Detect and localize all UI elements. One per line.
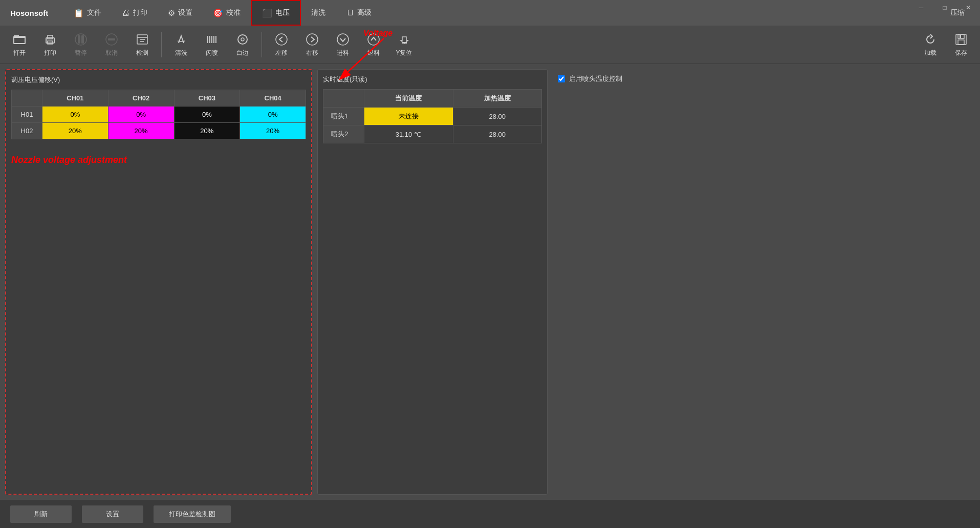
cancel-label: 取消 — [105, 49, 118, 57]
voltage-h01-ch04[interactable]: 0% — [240, 107, 306, 123]
menu-item-voltage-label: 电压 — [275, 8, 290, 17]
temp-panel: 实时温度(只读) 当前温度 加热温度 喷头1 未连接 28.00 喷头2 31.… — [317, 69, 548, 495]
svg-rect-9 — [108, 38, 115, 40]
table-row: H02 20% 20% 20% 20% — [12, 123, 306, 139]
toolbar-print-button[interactable]: 打印 — [36, 28, 64, 61]
temp-nozzle2-current: 31.10 ℃ — [364, 125, 453, 143]
clean-label: 清洗 — [175, 49, 187, 57]
menu-item-advanced[interactable]: 🖥 高级 — [336, 0, 382, 26]
toolbar-open-button[interactable]: 打开 — [5, 28, 33, 61]
voltage-h01-ch02[interactable]: 0% — [108, 107, 174, 123]
detect-icon — [135, 32, 149, 47]
voltage-h02-ch01[interactable]: 20% — [42, 123, 108, 139]
toolbar-left-button[interactable]: 左移 — [267, 28, 295, 61]
y-reset-icon — [397, 32, 411, 47]
toolbar-save-button[interactable]: 保存 — [947, 28, 975, 61]
detect-label: 检测 — [136, 49, 148, 57]
menu-bar: Hosonsoft 📋 文件 🖨 打印 ⚙ 设置 🎯 校准 ⬛ 电压 清洗 🖥 … — [0, 0, 980, 26]
print-icon — [43, 32, 57, 47]
voltage-h02-ch04[interactable]: 20% — [240, 123, 306, 139]
settings-icon: ⚙ — [168, 8, 175, 18]
toolbar-detect-button[interactable]: 检测 — [128, 28, 156, 61]
open-label: 打开 — [13, 49, 26, 57]
svg-rect-6 — [78, 35, 80, 44]
close-button[interactable]: ✕ — [956, 0, 980, 15]
menu-item-clean[interactable]: 清洗 — [301, 0, 336, 26]
toolbar-cancel-button[interactable]: 取消 — [97, 28, 125, 61]
white-edge-label: 白边 — [236, 49, 249, 57]
menu-item-print-label: 打印 — [133, 8, 147, 17]
svg-rect-7 — [81, 35, 84, 44]
print-label: 打印 — [44, 49, 56, 57]
menu-item-calibrate[interactable]: 🎯 校准 — [203, 0, 251, 26]
toolbar-back-button[interactable]: 退料 — [359, 28, 387, 61]
menu-item-clean-label: 清洗 — [311, 8, 325, 17]
advanced-icon: 🖥 — [346, 8, 354, 17]
menu-item-voltage[interactable]: ⬛ 电压 — [251, 0, 301, 26]
title-bar: ─ □ ✕ — [909, 0, 980, 15]
voltage-col-empty — [12, 90, 42, 107]
toolbar-right-button[interactable]: 右移 — [298, 28, 326, 61]
toolbar-flash-button[interactable]: 闪喷 — [198, 28, 226, 61]
open-icon — [12, 32, 27, 47]
svg-point-23 — [307, 34, 318, 45]
reload-label: 加载 — [924, 49, 937, 57]
voltage-h02-ch03[interactable]: 20% — [174, 123, 240, 139]
back-label: 退料 — [367, 49, 380, 57]
left-label: 左移 — [275, 49, 288, 57]
flash-icon — [205, 32, 219, 47]
svg-rect-30 — [960, 35, 961, 38]
settings-button[interactable]: 设置 — [82, 505, 143, 523]
pause-icon — [74, 32, 88, 47]
flash-label: 闪喷 — [206, 49, 218, 57]
feed-label: 进料 — [337, 49, 349, 57]
print-color-detect-button[interactable]: 打印色差检测图 — [154, 505, 231, 523]
temp-nozzle2-heating: 28.00 — [453, 125, 542, 143]
table-row: 喷头2 31.10 ℃ 28.00 — [323, 125, 542, 143]
reload-icon — [923, 32, 938, 47]
voltage-col-ch01: CH01 — [42, 90, 108, 107]
svg-point-25 — [368, 34, 379, 45]
back-icon — [366, 32, 381, 47]
save-label: 保存 — [955, 49, 967, 57]
temp-nozzle1-heating: 28.00 — [453, 108, 542, 125]
temp-col-current: 当前温度 — [364, 90, 453, 108]
pause-label: 暂停 — [75, 49, 87, 57]
voltage-h01-ch01[interactable]: 0% — [42, 107, 108, 123]
toolbar-clean-button[interactable]: 清洗 — [167, 28, 195, 61]
svg-rect-2 — [14, 37, 25, 44]
minimize-button[interactable]: ─ — [909, 0, 933, 15]
menu-item-settings[interactable]: ⚙ 设置 — [158, 0, 203, 26]
voltage-row-h02-label: H02 — [12, 123, 42, 139]
toolbar-right: 加载 保存 — [916, 28, 975, 61]
temp-table-header-row: 当前温度 加热温度 — [323, 90, 542, 108]
toolbar-y-reset-button[interactable]: Y复位 — [390, 28, 418, 61]
enable-temp-control-checkbox[interactable] — [558, 75, 565, 82]
menu-item-print[interactable]: 🖨 打印 — [112, 0, 158, 26]
feed-icon — [336, 32, 350, 47]
toolbar-pause-button[interactable]: 暂停 — [67, 28, 95, 61]
table-row: H01 0% 0% 0% 0% — [12, 107, 306, 123]
voltage-h01-ch03[interactable]: 0% — [174, 107, 240, 123]
print-icon: 🖨 — [122, 8, 130, 17]
voltage-h02-ch02[interactable]: 20% — [108, 123, 174, 139]
right-move-icon — [305, 32, 319, 47]
toolbar-reload-button[interactable]: 加载 — [916, 28, 944, 61]
bottom-bar: 刷新 设置 打印色差检测图 — [0, 500, 980, 528]
clean-icon — [174, 32, 188, 47]
temp-panel-title: 实时温度(只读) — [323, 75, 542, 84]
voltage-col-ch03: CH03 — [174, 90, 240, 107]
right-label: 右移 — [306, 49, 318, 57]
svg-point-20 — [238, 35, 247, 44]
save-icon — [954, 32, 968, 47]
refresh-button[interactable]: 刷新 — [10, 505, 72, 523]
toolbar-white-edge-button[interactable]: 白边 — [228, 28, 256, 61]
menu-item-file[interactable]: 📋 文件 — [63, 0, 112, 26]
toolbar-feed-button[interactable]: 进料 — [329, 28, 357, 61]
menu-item-settings-label: 设置 — [178, 8, 192, 17]
toolbar-separator-2 — [262, 32, 262, 57]
temp-table: 当前温度 加热温度 喷头1 未连接 28.00 喷头2 31.10 ℃ 28.0… — [323, 89, 542, 143]
svg-point-8 — [75, 34, 86, 45]
cancel-icon — [104, 32, 119, 47]
maximize-button[interactable]: □ — [933, 0, 956, 15]
